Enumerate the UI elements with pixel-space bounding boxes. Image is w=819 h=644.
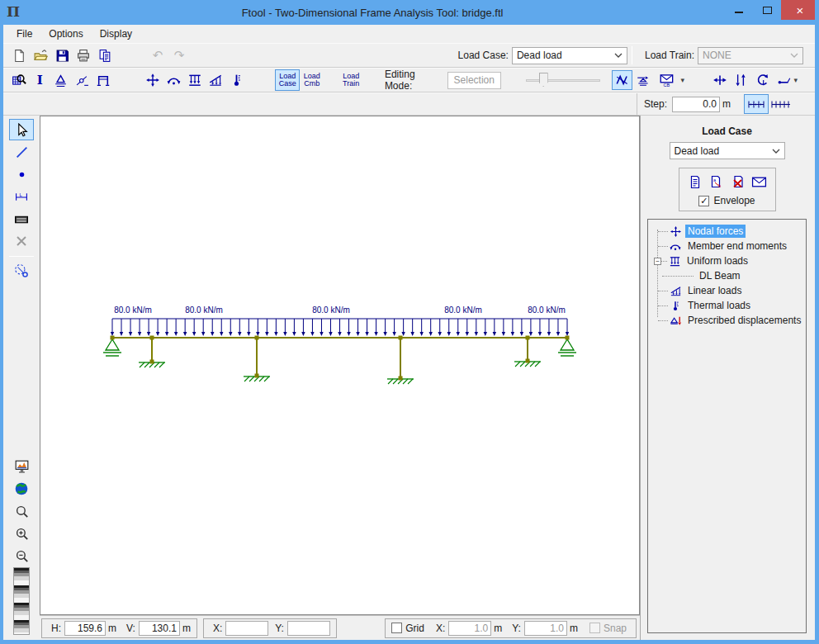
- dimension-tool-button[interactable]: L: [9, 186, 34, 207]
- tree-item-prescribed-displacements[interactable]: Prescribed displacements: [648, 313, 806, 328]
- load-case-mode-button[interactable]: LoadCase: [275, 69, 299, 91]
- zoom-level-strip[interactable]: [13, 567, 30, 635]
- tree-item-linear-loads[interactable]: Linear loads: [648, 283, 806, 298]
- step-mode-b-button[interactable]: [769, 94, 793, 114]
- cursor-coords-group: X: Y:: [203, 618, 337, 638]
- linear-loads-button[interactable]: [205, 70, 226, 90]
- tree-item-thermal-loads[interactable]: Thermal loads: [648, 298, 806, 313]
- collapse-expander[interactable]: −: [654, 258, 661, 265]
- chevron-down-icon: [614, 53, 623, 58]
- diagram-toggle-button[interactable]: [612, 70, 633, 90]
- step-group: Step: 0.0 m: [637, 93, 815, 115]
- grid-x-label: X:: [436, 623, 445, 634]
- world-view-button[interactable]: [9, 478, 34, 500]
- uniform-loads-button[interactable]: [184, 70, 206, 90]
- section-properties-button[interactable]: I: [30, 70, 51, 90]
- model-canvas[interactable]: 80.0 kN/m80.0 kN/m80.0 kN/m80.0 kN/m80.0…: [40, 116, 640, 615]
- results-scale-slider[interactable]: [526, 72, 600, 88]
- member-moments-icon: [668, 239, 683, 253]
- load-value-label: 80.0 kN/m: [185, 305, 223, 315]
- right-panel: Load Case Dead load ab: [640, 116, 815, 640]
- nodal-forces-icon: [668, 225, 683, 238]
- grid-x-input[interactable]: 1.0: [448, 621, 491, 636]
- load-case-actions-group: ab ✓ Envelope: [679, 168, 776, 211]
- main-area: L: [3, 116, 815, 640]
- load-train-combobox[interactable]: NONE: [698, 47, 803, 64]
- menu-options[interactable]: Options: [40, 26, 91, 41]
- step-input[interactable]: 0.0: [672, 97, 720, 112]
- snap-checkbox[interactable]: [589, 623, 600, 633]
- member-line-icon: [15, 145, 29, 159]
- slider-thumb[interactable]: [539, 73, 548, 87]
- stretch-horizontal-button[interactable]: [709, 70, 731, 90]
- envelope-checkbox[interactable]: ✓: [698, 196, 709, 206]
- menu-file[interactable]: File: [8, 26, 40, 41]
- save-file-button[interactable]: [51, 45, 73, 65]
- minimize-button[interactable]: [725, 0, 753, 20]
- open-folder-icon: [33, 49, 48, 63]
- close-button[interactable]: ×: [781, 0, 819, 20]
- new-file-button[interactable]: [8, 45, 30, 65]
- zoom-in-button[interactable]: [9, 523, 34, 544]
- grid-y-input[interactable]: 1.0: [524, 621, 567, 636]
- insert-node-button[interactable]: [9, 163, 34, 185]
- load-value-label: 80.0 kN/m: [312, 305, 350, 315]
- open-file-button[interactable]: [30, 45, 51, 65]
- tree-item-member-end-moments[interactable]: Member end moments: [648, 239, 806, 253]
- print-button[interactable]: [73, 45, 94, 65]
- toolbar-edit: I LoadCase LoadCmb Lo: [3, 68, 815, 92]
- delete-load-case-button[interactable]: [729, 173, 747, 190]
- fit-screen-button[interactable]: [9, 456, 34, 477]
- app-window: Π Ftool - Two-Dimensional Frame Analysis…: [0, 0, 819, 644]
- minimize-icon: [735, 7, 743, 13]
- new-load-case-button[interactable]: [686, 173, 704, 190]
- printer-icon: [76, 49, 91, 63]
- member-moments-button[interactable]: [163, 70, 184, 90]
- step-mode-a-button[interactable]: [744, 94, 769, 114]
- stretch-vertical-icon: [733, 73, 748, 88]
- selection-tool-button[interactable]: [9, 119, 34, 140]
- maximize-button[interactable]: [753, 0, 781, 20]
- tree-item-dl-beam[interactable]: DL Beam: [648, 268, 806, 283]
- dropdown-arrow-icon[interactable]: ▾: [680, 76, 684, 84]
- delete-button[interactable]: [9, 230, 34, 252]
- hinge-button[interactable]: [72, 70, 93, 90]
- load-case-combobox[interactable]: Dead load: [512, 47, 627, 64]
- member-orientation-button[interactable]: ▾: [773, 70, 802, 90]
- grid-checkbox[interactable]: [391, 623, 402, 633]
- load-train-mode-button[interactable]: LoadTrain: [338, 69, 362, 91]
- nodal-forces-icon: [145, 73, 160, 88]
- reactions-button[interactable]: [632, 70, 654, 90]
- keyboard-input-button[interactable]: [9, 208, 34, 230]
- inspect-mode-button[interactable]: [8, 70, 30, 90]
- panel-load-case-combobox[interactable]: Dead load: [670, 142, 785, 159]
- tree-item-uniform-loads[interactable]: − Uniform loads: [648, 253, 806, 268]
- undo-button[interactable]: ↶: [147, 45, 168, 65]
- zoom-out-button[interactable]: [9, 545, 34, 566]
- v-size-input[interactable]: 130.1: [139, 621, 180, 636]
- rotate-button[interactable]: [751, 70, 773, 90]
- h-size-input[interactable]: 159.6: [64, 621, 106, 636]
- supports-button[interactable]: [50, 70, 72, 90]
- rename-load-case-button[interactable]: ab: [708, 173, 726, 190]
- envelope-mail-button[interactable]: [750, 173, 769, 190]
- envelope-cb-button[interactable]: CB: [654, 70, 679, 90]
- transform-tool-button[interactable]: [9, 260, 34, 282]
- load-comb-mode-button[interactable]: LoadCmb: [300, 69, 324, 91]
- dimension-marks-icon: [747, 99, 765, 110]
- support-icon: [54, 73, 68, 88]
- copy-button[interactable]: [94, 45, 116, 65]
- menu-display[interactable]: Display: [92, 26, 140, 41]
- editing-mode-label: Editing Mode:: [385, 69, 444, 92]
- x-coord-label: X:: [213, 623, 222, 634]
- editing-mode-value: Selection: [447, 72, 501, 89]
- grid-y-label: Y:: [512, 623, 521, 634]
- insert-member-button[interactable]: [9, 141, 34, 163]
- frame-template-button[interactable]: [92, 70, 114, 90]
- thermal-loads-button[interactable]: [226, 70, 248, 90]
- stretch-vertical-button[interactable]: [731, 70, 752, 90]
- tree-item-nodal-forces[interactable]: Nodal forces: [648, 224, 806, 239]
- redo-button[interactable]: ↷: [168, 45, 190, 65]
- nodal-forces-button[interactable]: [142, 70, 163, 90]
- zoom-window-button[interactable]: [9, 500, 34, 522]
